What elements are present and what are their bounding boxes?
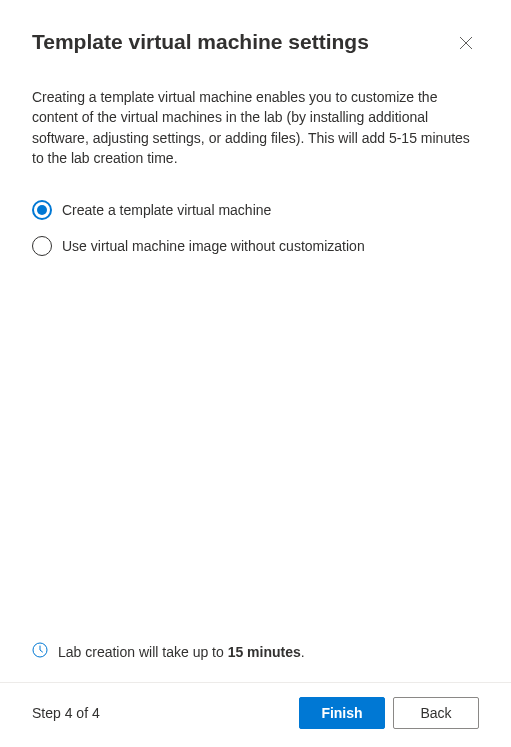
radio-indicator-selected — [32, 200, 52, 220]
info-suffix: . — [301, 644, 305, 660]
radio-label: Use virtual machine image without custom… — [62, 238, 365, 254]
dialog-footer: Step 4 of 4 Finish Back — [0, 683, 511, 747]
description-text: Creating a template virtual machine enab… — [32, 87, 479, 168]
dialog-header: Template virtual machine settings — [0, 0, 511, 75]
step-indicator: Step 4 of 4 — [32, 705, 100, 721]
radio-use-image[interactable]: Use virtual machine image without custom… — [32, 236, 479, 256]
radio-create-template[interactable]: Create a template virtual machine — [32, 200, 479, 220]
finish-button[interactable]: Finish — [299, 697, 385, 729]
info-prefix: Lab creation will take up to — [58, 644, 228, 660]
dialog-content: Creating a template virtual machine enab… — [0, 75, 511, 642]
info-row: Lab creation will take up to 15 minutes. — [0, 642, 511, 682]
radio-indicator-unselected — [32, 236, 52, 256]
radio-label: Create a template virtual machine — [62, 202, 271, 218]
close-icon — [459, 36, 473, 53]
back-button[interactable]: Back — [393, 697, 479, 729]
close-button[interactable] — [453, 30, 479, 59]
clock-icon — [32, 642, 48, 662]
info-text: Lab creation will take up to 15 minutes. — [58, 644, 305, 660]
dialog-title: Template virtual machine settings — [32, 28, 369, 55]
template-option-group: Create a template virtual machine Use vi… — [32, 200, 479, 256]
footer-buttons: Finish Back — [299, 697, 479, 729]
info-duration: 15 minutes — [228, 644, 301, 660]
